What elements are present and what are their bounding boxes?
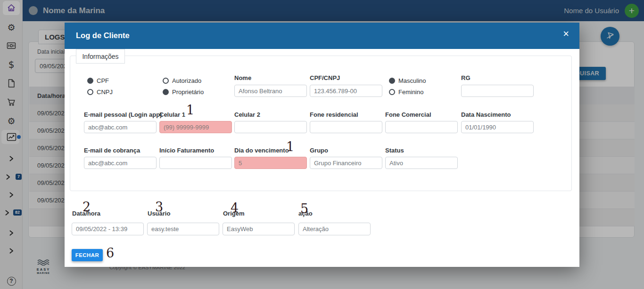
radio-icon <box>389 78 395 84</box>
data-nascimento-input[interactable] <box>461 121 534 133</box>
grupo-label: Grupo <box>310 147 328 154</box>
radio-label: Feminino <box>398 88 423 96</box>
inicio-faturamento-input[interactable] <box>159 157 232 169</box>
email-pessoal-input[interactable] <box>84 121 157 133</box>
email-pessoal-label: E-mail pessoal (Login app) <box>84 111 162 118</box>
modal-title: Log de Cliente <box>76 31 130 40</box>
radio-icon <box>389 89 395 95</box>
annotation-1-vencimento: 1 <box>286 140 294 153</box>
radio-label: Proprietário <box>172 88 204 96</box>
radio-proprietario[interactable]: Proprietário <box>163 88 204 96</box>
radio-icon <box>87 89 93 95</box>
radio-label: Autorizado <box>172 77 201 84</box>
fone-comercial-label: Fone Comercial <box>385 111 431 118</box>
celular1-label: Celular 1 <box>159 111 185 118</box>
radio-feminino[interactable]: Feminino <box>389 88 423 96</box>
close-icon[interactable]: × <box>563 29 569 39</box>
tab-informacoes[interactable]: Informações <box>76 49 125 64</box>
nome-label: Nome <box>234 74 251 81</box>
origem-input[interactable] <box>223 223 295 235</box>
fone-comercial-input[interactable] <box>385 121 458 133</box>
nome-input[interactable] <box>234 85 307 97</box>
rg-label: RG <box>461 74 471 81</box>
radio-masculino[interactable]: Masculino <box>389 77 426 84</box>
email-cobranca-input[interactable] <box>84 157 157 169</box>
radio-label: CPF <box>97 77 109 84</box>
radio-icon <box>163 78 169 84</box>
annotation-3: 3 <box>155 201 163 213</box>
radio-cnpj[interactable]: CNPJ <box>87 88 113 96</box>
radio-autorizado[interactable]: Autorizado <box>163 77 201 84</box>
dia-vencimento-label: Dia do vencimento <box>234 147 289 154</box>
radio-label: Masculino <box>398 77 426 84</box>
annotation-5: 5 <box>300 202 308 215</box>
radio-icon <box>87 78 93 84</box>
data-hora-input[interactable] <box>72 223 144 235</box>
inicio-faturamento-label: Início Faturamento <box>159 147 214 154</box>
fechar-button[interactable]: FECHAR <box>72 249 103 261</box>
celular2-label: Celular 2 <box>234 111 260 118</box>
annotation-2: 2 <box>83 201 91 213</box>
fone-residencial-input[interactable] <box>310 121 382 133</box>
annotation-4: 4 <box>231 201 239 214</box>
celular2-input[interactable] <box>234 121 307 133</box>
cpf-cnpj-input[interactable] <box>310 85 382 97</box>
acao-input[interactable] <box>298 223 371 235</box>
celular1-input[interactable] <box>159 121 232 133</box>
usuario-input[interactable] <box>147 223 219 235</box>
annotation-6: 6 <box>106 247 114 259</box>
grupo-input[interactable] <box>310 157 382 169</box>
radio-icon <box>163 89 169 95</box>
radio-cpf[interactable]: CPF <box>87 77 109 84</box>
app-root: ⚙ $ ⚙ 7 <box>0 0 644 289</box>
data-nascimento-label: Data Nascimento <box>461 111 511 118</box>
log-de-cliente-modal: Log de Cliente × Informações CPF CNPJ Au… <box>65 23 579 267</box>
modal-header: Log de Cliente × <box>65 23 579 49</box>
status-label: Status <box>385 147 404 154</box>
email-cobranca-label: E-mail de cobrança <box>84 147 140 154</box>
dia-vencimento-input[interactable] <box>234 157 307 169</box>
annotation-1-celular: 1 <box>186 104 194 116</box>
status-input[interactable] <box>385 157 458 169</box>
radio-label: CNPJ <box>97 88 113 96</box>
rg-input[interactable] <box>461 85 534 97</box>
fone-residencial-label: Fone residencial <box>310 111 358 118</box>
cpf-cnpj-label: CPF/CNPJ <box>310 74 340 81</box>
